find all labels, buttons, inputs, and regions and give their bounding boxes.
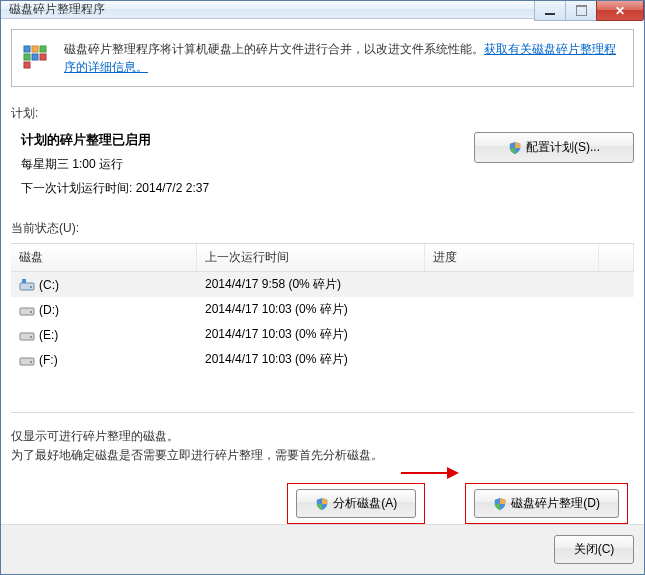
table-body: (C:) 2014/4/17 9:58 (0% 碎片) (D:) 2014/4/… <box>11 272 634 412</box>
minimize-button[interactable] <box>534 1 566 21</box>
last-run-cell: 2014/4/17 10:03 (0% 碎片) <box>197 322 425 347</box>
defrag-window: 磁盘碎片整理程序 磁盘碎片整理程序将计算机硬盘上的碎片文件进行合并，以改进文件系… <box>0 0 645 575</box>
schedule-enabled-title: 计划的碎片整理已启用 <box>21 133 151 147</box>
svg-rect-8 <box>22 279 26 283</box>
svg-rect-14 <box>20 358 34 365</box>
titlebar[interactable]: 磁盘碎片整理程序 <box>1 1 644 19</box>
svg-rect-3 <box>32 46 38 52</box>
drive-icon <box>19 303 35 317</box>
info-text: 磁盘碎片整理程序将计算机硬盘上的碎片文件进行合并，以改进文件系统性能。获取有关磁… <box>64 40 621 76</box>
content-area: 磁盘碎片整理程序将计算机硬盘上的碎片文件进行合并，以改进文件系统性能。获取有关磁… <box>1 19 644 524</box>
schedule-label: 计划: <box>11 105 634 122</box>
close-window-button[interactable] <box>596 1 644 21</box>
footer: 关闭(C) <box>1 524 644 574</box>
svg-rect-1 <box>24 54 30 60</box>
configure-schedule-button[interactable]: 配置计划(S)... <box>474 132 634 163</box>
info-panel: 磁盘碎片整理程序将计算机硬盘上的碎片文件进行合并，以改进文件系统性能。获取有关磁… <box>11 29 634 87</box>
annotation-arrow-icon <box>399 461 459 485</box>
svg-rect-5 <box>40 46 46 52</box>
table-row[interactable]: (C:) 2014/4/17 9:58 (0% 碎片) <box>11 272 634 297</box>
header-last-run[interactable]: 上一次运行时间 <box>197 244 425 271</box>
table-row[interactable]: (D:) 2014/4/17 10:03 (0% 碎片) <box>11 297 634 322</box>
system-drive-icon <box>19 278 35 292</box>
window-title: 磁盘碎片整理程序 <box>9 1 105 18</box>
annotation-box: 磁盘碎片整理(D) <box>465 483 628 524</box>
table-header: 磁盘 上一次运行时间 进度 <box>11 244 634 272</box>
last-run-cell: 2014/4/17 10:03 (0% 碎片) <box>197 297 425 322</box>
svg-rect-12 <box>20 333 34 340</box>
last-run-cell: 2014/4/17 9:58 (0% 碎片) <box>197 272 425 297</box>
svg-rect-4 <box>32 54 38 60</box>
schedule-next-run: 下一次计划运行时间: 2014/7/2 2:37 <box>21 180 474 197</box>
drive-icon <box>19 328 35 342</box>
header-spacer <box>599 244 634 271</box>
last-run-cell: 2014/4/17 10:03 (0% 碎片) <box>197 347 425 372</box>
table-row[interactable]: (F:) 2014/4/17 10:03 (0% 碎片) <box>11 347 634 372</box>
table-row[interactable]: (E:) 2014/4/17 10:03 (0% 碎片) <box>11 322 634 347</box>
annotation-box: 分析磁盘(A) <box>287 483 425 524</box>
svg-point-13 <box>30 336 32 338</box>
disk-name: (C:) <box>39 278 59 292</box>
svg-rect-7 <box>20 283 34 290</box>
disk-name: (E:) <box>39 328 58 342</box>
hint-text: 仅显示可进行碎片整理的磁盘。 为了最好地确定磁盘是否需要立即进行碎片整理，需要首… <box>11 427 634 465</box>
maximize-button[interactable] <box>565 1 597 21</box>
svg-point-15 <box>30 361 32 363</box>
window-controls <box>535 1 644 21</box>
svg-rect-10 <box>20 308 34 315</box>
svg-point-11 <box>30 311 32 313</box>
svg-rect-2 <box>24 62 30 68</box>
svg-marker-17 <box>447 467 459 479</box>
header-progress[interactable]: 进度 <box>425 244 599 271</box>
shield-icon <box>493 497 507 511</box>
analyze-disk-button[interactable]: 分析磁盘(A) <box>296 489 416 518</box>
schedule-frequency: 每星期三 1:00 运行 <box>21 156 474 173</box>
status-label: 当前状态(U): <box>11 220 634 237</box>
svg-rect-0 <box>24 46 30 52</box>
disk-name: (D:) <box>39 303 59 317</box>
shield-icon <box>315 497 329 511</box>
shield-icon <box>508 141 522 155</box>
action-buttons: 分析磁盘(A) 磁盘碎片整理(D) <box>11 483 634 524</box>
schedule-text: 计划的碎片整理已启用 每星期三 1:00 运行 下一次计划运行时间: 2014/… <box>11 132 474 204</box>
close-button[interactable]: 关闭(C) <box>554 535 634 564</box>
disk-name: (F:) <box>39 353 58 367</box>
schedule-area: 计划的碎片整理已启用 每星期三 1:00 运行 下一次计划运行时间: 2014/… <box>11 132 634 204</box>
svg-point-9 <box>30 286 32 288</box>
disk-table: 磁盘 上一次运行时间 进度 (C:) 2014/4/17 9:58 (0% 碎片… <box>11 243 634 413</box>
header-disk[interactable]: 磁盘 <box>11 244 197 271</box>
drive-icon <box>19 353 35 367</box>
defrag-app-icon <box>22 40 54 72</box>
defrag-disk-button[interactable]: 磁盘碎片整理(D) <box>474 489 619 518</box>
svg-rect-6 <box>40 54 46 60</box>
